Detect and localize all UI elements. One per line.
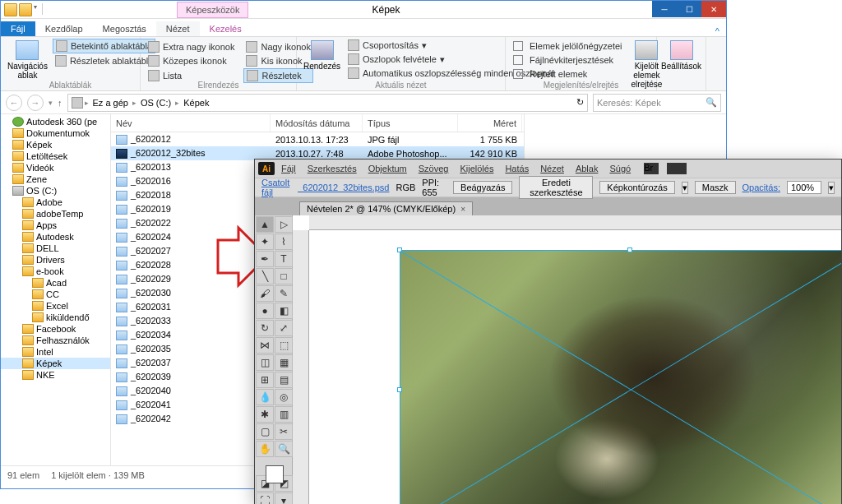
opacity-dropdown[interactable]: ▾ — [828, 182, 835, 194]
file-row[interactable]: _62020122013.10.13. 17:23JPG fájl1 755 K… — [111, 132, 524, 146]
menu-select[interactable]: Kijelölés — [455, 164, 498, 173]
refresh-icon[interactable]: ↻ — [576, 97, 584, 108]
ai-canvas[interactable] — [293, 215, 841, 504]
tree-item[interactable]: Drivers — [1, 254, 110, 266]
tree-item[interactable]: Letöltések — [1, 150, 110, 162]
line-tool[interactable]: ╲ — [256, 268, 274, 284]
tree-item[interactable]: OS (C:) — [1, 185, 110, 197]
slice-tool[interactable]: ✂ — [275, 423, 293, 440]
mesh-tool[interactable]: ⊞ — [256, 372, 274, 388]
ai-menu-bar[interactable]: Ai Fájl Szerkesztés Objektum Szöveg Kije… — [255, 160, 841, 178]
direct-selection-tool[interactable]: ▷ — [275, 216, 293, 233]
tree-item[interactable]: DELL — [1, 243, 110, 254]
qat-icon[interactable] — [19, 3, 32, 16]
type-tool[interactable]: T — [275, 251, 293, 267]
qat-dropdown-icon[interactable]: ▾ — [34, 3, 37, 16]
blob-brush-tool[interactable]: ● — [256, 303, 274, 319]
eraser-tool[interactable]: ◧ — [275, 303, 293, 319]
tree-item[interactable]: Excel — [1, 300, 110, 312]
bridge-icon[interactable]: Br — [644, 163, 659, 174]
ai-toolbox[interactable]: ▲ ▷ ✦ ⌇ ✒ T ╲ □ 🖌 ✎ ● ◧ ↻ ⤢ ⋈ ⬚ ◫ ▦ ⊞ ▤ … — [255, 215, 293, 504]
free-transform-tool[interactable]: ⬚ — [275, 337, 293, 354]
share-tab[interactable]: Megosztás — [93, 21, 156, 36]
pen-tool[interactable]: ✒ — [256, 251, 274, 267]
linked-filename[interactable]: _6202012_32bites.psd — [298, 183, 389, 192]
paintbrush-tool[interactable]: 🖌 — [256, 285, 274, 302]
forward-button[interactable]: → — [27, 95, 44, 111]
opacity-field[interactable] — [787, 181, 821, 194]
selection-tool[interactable]: ▲ — [256, 216, 274, 233]
tree-item[interactable]: CC — [1, 289, 110, 300]
breadcrumb[interactable]: ▸ Ez a gép▸ OS (C:)▸ Képek ↻ — [67, 94, 589, 112]
manage-tab[interactable]: Kezelés — [200, 21, 252, 36]
tree-item[interactable]: Facebook — [1, 323, 110, 335]
horizontal-ruler[interactable] — [309, 215, 841, 230]
options-button[interactable]: Beállítások — [659, 39, 703, 72]
zoom-tool[interactable]: 🔍 — [275, 441, 293, 457]
artboard-tool[interactable]: ▢ — [256, 423, 274, 440]
minimize-button[interactable]: ─ — [652, 1, 677, 17]
tree-item[interactable]: Felhasználók — [1, 335, 110, 346]
menu-view[interactable]: Nézet — [535, 164, 569, 173]
vertical-ruler[interactable] — [293, 230, 309, 504]
tree-item[interactable]: Acad — [1, 277, 110, 289]
graph-tool[interactable]: ▥ — [275, 406, 293, 423]
tree-item[interactable]: Dokumentumok — [1, 127, 110, 139]
linked-file-label[interactable]: Csatolt fájl — [261, 178, 291, 197]
tree-item[interactable]: Képek — [1, 139, 110, 150]
history-dropdown-icon[interactable]: ▾ — [49, 99, 53, 107]
tree-item[interactable]: Videók — [1, 162, 110, 173]
file-extensions-toggle[interactable]: Fájlnévkiterjesztések — [511, 54, 625, 66]
lasso-tool[interactable]: ⌇ — [275, 234, 293, 250]
file-tab[interactable]: Fájl — [1, 21, 35, 36]
hand-tool[interactable]: ✋ — [256, 441, 274, 457]
menu-edit[interactable]: Szerkesztés — [303, 164, 362, 173]
maximize-button[interactable]: ☐ — [677, 1, 701, 17]
menu-type[interactable]: Szöveg — [414, 164, 454, 173]
placed-image[interactable] — [400, 250, 841, 504]
shape-builder-tool[interactable]: ◫ — [256, 354, 274, 371]
mask-button[interactable]: Maszk — [695, 181, 736, 194]
screen-mode-icon[interactable]: ⛶ — [256, 492, 274, 504]
view-tab[interactable]: Nézet — [156, 21, 200, 36]
tree-item[interactable]: Képek — [1, 358, 110, 369]
menu-window[interactable]: Ablak — [571, 164, 604, 173]
trace-dropdown[interactable]: ▾ — [682, 182, 688, 194]
image-trace-button[interactable]: Képkontúrozás — [599, 181, 674, 194]
menu-object[interactable]: Objektum — [363, 164, 412, 173]
gradient-tool[interactable]: ▤ — [275, 372, 293, 388]
pencil-tool[interactable]: ✎ — [275, 285, 293, 302]
menu-help[interactable]: Súgó — [604, 164, 636, 173]
sort-button[interactable]: Rendezés — [302, 39, 342, 80]
tree-item[interactable]: Autodesk — [1, 231, 110, 243]
menu-effect[interactable]: Hatás — [500, 164, 534, 173]
width-tool[interactable]: ⋈ — [256, 337, 274, 354]
perspective-tool[interactable]: ▦ — [275, 354, 293, 371]
layout-gallery[interactable]: Extra nagy ikonok Nagy ikonok Közepes ik… — [146, 39, 291, 83]
ribbon-collapse-icon[interactable]: ^ — [709, 26, 726, 36]
rotate-tool[interactable]: ↻ — [256, 320, 274, 336]
hidden-items-toggle[interactable]: Rejtett elemek — [511, 68, 625, 80]
tree-item[interactable]: adobeTemp — [1, 208, 110, 220]
menu-file[interactable]: Fájl — [276, 164, 301, 173]
scale-tool[interactable]: ⤢ — [275, 320, 293, 336]
opacity-label[interactable]: Opacitás: — [743, 183, 780, 192]
change-screen-icon[interactable]: ▾ — [275, 492, 293, 504]
tree-item[interactable]: kiküldendő — [1, 312, 110, 323]
close-button[interactable]: ✕ — [701, 1, 726, 17]
tree-item[interactable]: NKE — [1, 369, 110, 381]
symbol-sprayer-tool[interactable]: ✱ — [256, 406, 274, 423]
tree-item[interactable]: Adobe — [1, 197, 110, 208]
eyedropper-tool[interactable]: 💧 — [256, 389, 274, 405]
up-button[interactable]: ↑ — [58, 98, 62, 108]
blend-tool[interactable]: ◎ — [275, 389, 293, 405]
navigation-pane-button[interactable]: Navigációs ablak — [6, 39, 49, 81]
title-bar[interactable]: ▾ Képeszközök Képek ─ ☐ ✕ — [1, 1, 726, 19]
search-input[interactable]: Keresés: Képek 🔍 — [593, 94, 721, 112]
item-checkboxes-toggle[interactable]: Elemek jelölőnégyzetei — [511, 40, 625, 52]
arrange-icon[interactable] — [667, 163, 687, 174]
tree-item[interactable]: Apps — [1, 220, 110, 231]
magic-wand-tool[interactable]: ✦ — [256, 234, 274, 250]
rectangle-tool[interactable]: □ — [275, 268, 293, 284]
tree-item[interactable]: e-book — [1, 266, 110, 277]
